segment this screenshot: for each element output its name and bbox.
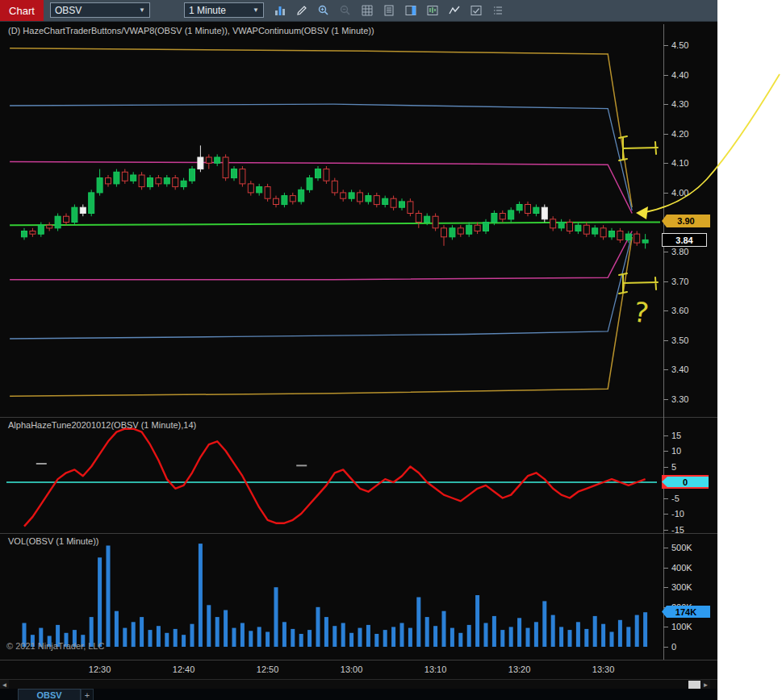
time-axis-label: 13:20 [504,665,536,674]
overlay-vwap-lower-2 [10,234,632,339]
chart-style-icon[interactable] [271,2,289,19]
candle-body [358,193,363,202]
volume-bar [568,630,572,647]
volume-bar [123,628,127,647]
candle-body [307,178,312,190]
chart-trader-icon[interactable] [402,2,420,19]
symbol-value: OBSV [55,5,82,16]
symbol-dropdown[interactable]: OBSV ▼ [50,2,150,18]
candle-body [80,207,86,213]
volume-bar [224,610,228,648]
price-panel-canvas[interactable] [0,21,717,417]
volume-bar [408,628,412,647]
price-axis-label: 4.50 [662,39,717,52]
volume-bar [601,624,605,647]
interval-dropdown[interactable]: 1 Minute ▼ [184,2,264,18]
oscillator-panel-title: AlphaHazeTune20201012(OBSV (1 Minute),14… [8,420,196,430]
oscillator-axis-label: 5 [662,460,717,473]
oscillator-axis-label: -10 [662,507,717,520]
candle-body [424,216,430,222]
volume-bar [257,627,261,647]
chart-window: Chart OBSV ▼ 1 Minute ▼ (D) HazeChartTra… [0,0,718,700]
volume-bar [618,620,622,647]
candle-body [433,216,438,228]
indicators-icon[interactable] [445,2,463,19]
candle-body [30,231,36,235]
chevron-down-icon: ▼ [139,6,145,14]
candle-body [483,223,489,231]
properties-icon[interactable] [489,2,507,19]
candle-body [156,178,161,184]
oscillator-panel-canvas[interactable] [0,417,717,533]
candle-body [55,216,61,228]
candle-body [550,219,556,228]
scrollbar-thumb[interactable] [688,681,700,689]
candle-body [558,223,564,228]
candle-body [97,178,102,193]
volume-bar [383,630,387,647]
volume-bar [450,628,454,647]
time-axis[interactable]: 12:3012:4012:5013:0013:1013:2013:30 [0,660,662,679]
candle-body [642,240,648,243]
candle-body [466,225,472,234]
grid-icon[interactable] [358,2,376,19]
volume-axis-label: 300K [662,581,717,594]
time-axis-label: 12:40 [168,665,200,674]
volume-bar [366,625,370,647]
zoom-in-icon[interactable] [315,2,332,19]
volume-bar [534,622,538,647]
volume-axis-label: 500K [662,541,717,554]
report-icon[interactable] [380,2,398,19]
volume-bar [542,601,546,647]
volume-bar [374,634,378,647]
chart-menu-button[interactable]: Chart [0,0,44,21]
candle-body [349,193,354,198]
volume-bar [509,627,513,647]
volume-bar [492,616,496,647]
volume-bar [467,625,471,647]
candle-body [399,202,405,207]
volume-bar [635,615,639,647]
tab-obsv[interactable]: OBSV [18,689,81,700]
candle-body [131,175,136,181]
volume-axis-label: 100K [662,620,717,633]
candle-body [164,178,169,184]
price-axis-label: 4.40 [662,69,717,81]
candle-body [458,228,463,234]
zoom-out-icon[interactable] [337,2,354,19]
candle-body [583,225,589,234]
volume-bar [190,624,194,647]
price-axis-label: 4.30 [662,98,717,110]
volume-bar [98,557,102,647]
candle-body [173,178,178,187]
add-tab-button[interactable]: + [81,689,94,700]
volume-bar [291,629,295,647]
drawing-tools-icon[interactable] [293,2,311,19]
volume-axis[interactable]: 500K400K300K200K100K0 [662,533,717,660]
candle-body [265,187,270,199]
candle-body [450,228,455,237]
data-box-icon[interactable] [424,2,441,19]
candle-body [72,207,77,222]
candle-body [22,231,27,237]
candle-body [257,187,262,193]
volume-panel-canvas[interactable] [0,533,717,660]
volume-bar [307,630,312,647]
strategies-icon[interactable] [467,2,485,19]
candle-body [181,181,186,186]
candle-body [198,157,203,169]
tab-bar: OBSV + [0,689,717,700]
volume-bar [358,628,362,647]
candle-body [533,207,539,213]
candle-body [542,207,547,219]
oscillator-line [24,429,646,527]
volume-bar [115,611,119,647]
volume-bar [610,632,614,648]
time-axis-label: 13:30 [588,665,620,674]
candle-body [609,231,615,237]
volume-bar [215,617,220,647]
volume-bar [165,633,169,647]
overlay-vwap-upper-2 [10,104,632,210]
volume-bar [282,622,286,647]
volume-bar [232,628,236,647]
